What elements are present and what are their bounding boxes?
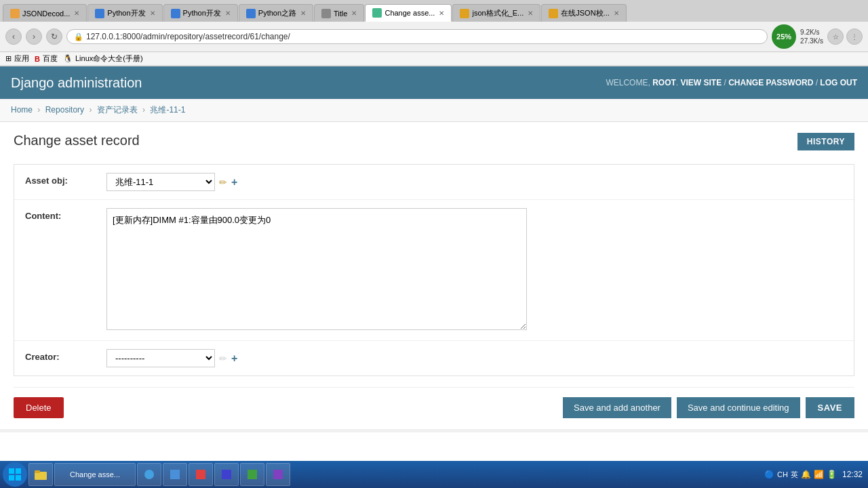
network-pct: 25%	[776, 33, 791, 41]
tab-icon-8	[549, 9, 558, 18]
tab-icon-4	[246, 9, 256, 18]
settings-button[interactable]: ⋮	[846, 28, 863, 45]
asset-obj-select[interactable]: 兆维-11-1	[106, 173, 215, 191]
tab-2[interactable]: Python开发 ✕	[87, 4, 162, 22]
asset-obj-edit-icon[interactable]: ✏	[219, 177, 227, 188]
tab-icon-7	[460, 9, 469, 18]
back-button[interactable]: ‹	[5, 28, 22, 45]
breadcrumb: Home › Repository › 资产记录表 › 兆维-11-1	[0, 99, 868, 122]
breadcrumb-current: 兆维-11-1	[150, 105, 185, 115]
network-up: 9.2K/s	[800, 28, 823, 37]
baidu-label: 百度	[43, 54, 58, 64]
tab-5-label: Title	[334, 9, 347, 18]
form-section: Asset obj: 兆维-11-1 ✏ + Content: [更新内存]DI…	[14, 164, 854, 376]
network-down: 27.3K/s	[800, 37, 823, 45]
action-buttons: Save and add another Save and continue e…	[563, 397, 854, 418]
tab-8[interactable]: 在线JSON校... ✕	[541, 4, 627, 22]
address-text: 127.0.0.1:8000/admin/repository/assetrec…	[86, 32, 290, 41]
asset-obj-row: Asset obj: 兆维-11-1 ✏ +	[14, 165, 854, 200]
tab-7-close[interactable]: ✕	[528, 9, 533, 17]
tab-icon-6	[372, 8, 382, 18]
tab-7[interactable]: json格式化_E... ✕	[452, 4, 540, 22]
network-info: 9.2K/s 27.3K/s	[800, 28, 823, 45]
refresh-button[interactable]: ↻	[46, 28, 62, 45]
tab-6-close[interactable]: ✕	[439, 9, 444, 17]
tab-8-label: 在线JSON校...	[561, 8, 610, 18]
tab-4-close[interactable]: ✕	[300, 9, 306, 17]
view-site-link[interactable]: VIEW SITE	[680, 78, 722, 87]
lock-icon: 🔒	[74, 33, 83, 41]
tab-5-close[interactable]: ✕	[351, 9, 357, 17]
logout-link[interactable]: LOG OUT	[820, 78, 857, 87]
network-badge: 25%	[772, 24, 796, 49]
tab-6-label: Change asse...	[384, 9, 435, 17]
welcome-text: WELCOME,	[606, 78, 650, 87]
page-title: Change asset record	[14, 133, 140, 148]
bookmark-linux[interactable]: 🐧 Linux命令大全(手册)	[63, 54, 143, 64]
asset-obj-add-icon[interactable]: +	[231, 176, 237, 188]
content-row: Content: [更新内存]DIMM #1:容量由900.0变更为0	[14, 200, 854, 341]
forward-button[interactable]: ›	[26, 28, 42, 45]
content-label: Content:	[25, 208, 106, 221]
tab-4[interactable]: Python之路 ✕	[239, 4, 313, 22]
user-info: WELCOME, ROOT. VIEW SITE / CHANGE PASSWO…	[606, 78, 857, 87]
bookmark-apps[interactable]: ⊞ 应用	[5, 54, 29, 64]
sep-1: ›	[37, 105, 40, 115]
asset-obj-select-wrapper: 兆维-11-1 ✏ +	[106, 173, 843, 191]
sep-3: ›	[142, 105, 145, 115]
tab-4-label: Python之路	[258, 8, 296, 18]
breadcrumb-repository[interactable]: Repository	[45, 105, 84, 115]
creator-edit-icon[interactable]: ✏	[219, 353, 227, 364]
breadcrumb-home[interactable]: Home	[11, 105, 33, 115]
tab-1-close[interactable]: ✕	[74, 9, 79, 17]
tab-5[interactable]: Title ✕	[314, 4, 364, 22]
tab-3-close[interactable]: ✕	[225, 9, 231, 17]
change-password-link[interactable]: CHANGE PASSWORD	[728, 78, 813, 87]
apps-icon: ⊞	[5, 54, 12, 63]
creator-select-wrapper: ---------- ✏ +	[106, 349, 843, 367]
tab-3[interactable]: Python开发 ✕	[163, 4, 238, 22]
tab-3-label: Python开发	[183, 8, 221, 18]
creator-select[interactable]: ----------	[106, 349, 215, 367]
linux-icon: 🐧	[63, 54, 73, 63]
creator-add-icon[interactable]: +	[231, 352, 237, 365]
apps-label: 应用	[14, 54, 29, 64]
save-continue-button[interactable]: Save and continue editing	[677, 397, 800, 418]
content-textarea[interactable]: [更新内存]DIMM #1:容量由900.0变更为0	[106, 208, 527, 330]
page-title-row: Change asset record HISTORY	[14, 133, 854, 150]
tab-icon-1	[10, 9, 20, 18]
tab-8-close[interactable]: ✕	[614, 9, 619, 17]
history-button[interactable]: HISTORY	[797, 133, 854, 150]
tab-1[interactable]: JSONDecod... ✕	[3, 4, 87, 22]
django-app: Django administration WELCOME, ROOT. VIE…	[0, 66, 868, 432]
form-actions: Delete Save and add another Save and con…	[14, 387, 854, 418]
tab-2-close[interactable]: ✕	[150, 9, 155, 17]
tab-7-label: json格式化_E...	[472, 8, 524, 18]
creator-label: Creator:	[25, 349, 106, 362]
tab-bar: JSONDecod... ✕ Python开发 ✕ Python开发 ✕ Pyt…	[0, 0, 868, 22]
delete-button[interactable]: Delete	[14, 397, 64, 418]
address-bar-row: ‹ › ↻ 🔒 127.0.0.1:8000/admin/repository/…	[0, 22, 868, 52]
address-bar[interactable]: 🔒 127.0.0.1:8000/admin/repository/assetr…	[66, 29, 768, 44]
tab-2-label: Python开发	[107, 8, 145, 18]
content-field: [更新内存]DIMM #1:容量由900.0变更为0	[106, 208, 843, 332]
tab-icon-5	[321, 9, 331, 18]
tab-1-label: JSONDecod...	[22, 9, 70, 18]
bookmark-baidu[interactable]: B 百度	[35, 54, 58, 64]
main-content: Change asset record HISTORY Asset obj: 兆…	[0, 122, 868, 429]
asset-obj-label: Asset obj:	[25, 173, 106, 186]
creator-row: Creator: ---------- ✏ +	[14, 341, 854, 375]
tab-6[interactable]: Change asse... ✕	[365, 4, 452, 22]
baidu-icon: B	[35, 55, 40, 63]
django-header: Django administration WELCOME, ROOT. VIE…	[0, 66, 868, 99]
breadcrumb-asset-record[interactable]: 资产记录表	[97, 105, 138, 115]
bookmark-button[interactable]: ☆	[827, 28, 844, 45]
bookmarks-toolbar: ⊞ 应用 B 百度 🐧 Linux命令大全(手册)	[0, 52, 868, 66]
asset-obj-field: 兆维-11-1 ✏ +	[106, 173, 843, 191]
save-add-another-button[interactable]: Save and add another	[563, 397, 671, 418]
linux-label: Linux命令大全(手册)	[75, 54, 143, 64]
sep-2: ›	[89, 105, 92, 115]
save-button[interactable]: SAVE	[806, 397, 854, 418]
creator-field: ---------- ✏ +	[106, 349, 843, 367]
tab-icon-2	[95, 9, 104, 18]
